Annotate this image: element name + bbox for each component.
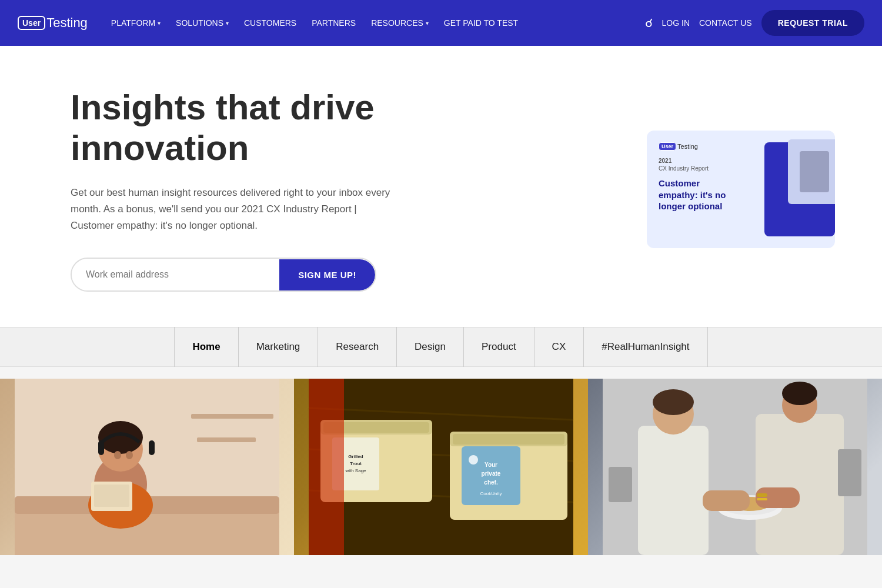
filter-bar: Home Marketing Research Design Product C… [0,327,882,367]
card-item-2[interactable]: Grilled Trout with Sage Your private che… [294,379,588,555]
svg-rect-35 [309,379,344,555]
hero-section: Insights that drive innovation Get our b… [0,46,882,327]
person-headphones-illustration [0,379,294,555]
email-form: SIGN ME UP! [71,258,376,292]
svg-rect-50 [757,498,767,500]
card-bg-1 [0,379,294,555]
svg-rect-38 [638,426,709,555]
svg-point-11 [126,451,133,459]
svg-point-33 [469,455,478,465]
card-report-type: CX Industry Report [659,165,741,172]
search-icon[interactable]: ☌ [645,16,653,30]
card-year: 2021 [659,158,741,164]
hero-report-card: User Testing 2021 CX Industry Report Cus… [647,131,835,248]
logo[interactable]: User Testing [18,15,88,31]
nav-item-partners[interactable]: PARTNERS [306,14,362,32]
svg-point-40 [653,389,694,415]
filter-item-home[interactable]: Home [174,327,238,367]
card-bg-3 [588,379,882,555]
card-item-1[interactable] [0,379,294,555]
card-bg-2: Grilled Trout with Sage Your private che… [294,379,588,555]
card-person-image [788,139,835,204]
svg-rect-52 [838,449,861,496]
svg-text:Grilled: Grilled [348,454,363,459]
svg-rect-2 [197,437,256,442]
svg-text:Trout: Trout [350,461,362,466]
svg-point-10 [114,451,121,459]
svg-rect-47 [703,490,750,511]
card-decoration [741,131,835,248]
nav-item-customers[interactable]: CUSTOMERS [238,14,302,32]
filter-item-marketing[interactable]: Marketing [239,327,319,367]
nav-item-resources[interactable]: RESOURCES ▾ [365,14,435,32]
card-headline: Customer empathy: it's no longer optiona… [659,178,741,212]
request-trial-button[interactable]: REQUEST TRIAL [761,10,864,36]
logo-user-box: User [18,16,45,30]
navbar: User Testing PLATFORM ▾ SOLUTIONS ▾ CUST… [0,0,882,46]
nav-item-solutions[interactable]: SOLUTIONS ▾ [170,14,235,32]
svg-rect-48 [756,487,800,508]
filter-item-design[interactable]: Design [397,327,464,367]
svg-text:Your: Your [485,462,497,468]
card-item-3[interactable] [588,379,882,555]
svg-point-43 [782,382,817,405]
card-logo-user: User [659,142,676,151]
hero-title: Insights that drive innovation [71,87,435,168]
svg-rect-9 [149,440,155,455]
svg-text:CookUnity: CookUnity [480,491,502,496]
chevron-down-icon: ▾ [158,20,161,26]
logo-testing-text: Testing [46,15,88,31]
hero-card-content: User Testing 2021 CX Industry Report Cus… [659,142,741,212]
nav-item-platform[interactable]: PLATFORM ▾ [105,14,166,32]
svg-rect-28 [453,434,564,445]
filter-item-research[interactable]: Research [318,327,397,367]
signup-button[interactable]: SIGN ME UP! [279,259,375,290]
svg-rect-49 [757,493,767,497]
hero-description: Get our best human insight resources del… [71,185,400,234]
filter-item-cx[interactable]: CX [534,327,584,367]
people-food-illustration [588,379,882,555]
card-logo-testing: Testing [677,143,698,150]
hero-content: Insights that drive innovation Get our b… [71,87,435,292]
nav-right: ☌ LOG IN CONTACT US REQUEST TRIAL [645,10,864,36]
svg-text:private: private [482,470,501,477]
chevron-down-icon: ▾ [226,20,229,26]
svg-rect-1 [191,414,273,419]
nav-links: PLATFORM ▾ SOLUTIONS ▾ CUSTOMERS PARTNER… [105,14,645,32]
chevron-down-icon: ▾ [426,20,429,26]
svg-rect-41 [756,414,844,555]
svg-rect-51 [609,467,632,502]
hero-card-image: User Testing 2021 CX Industry Report Cus… [647,131,835,248]
cards-section: Grilled Trout with Sage Your private che… [0,367,882,555]
svg-text:with Sage: with Sage [345,468,366,473]
card-logo: User Testing [659,142,741,151]
filter-item-realhumaninsight[interactable]: #RealHumanInsight [584,327,707,367]
email-input[interactable] [72,259,279,290]
login-button[interactable]: LOG IN [662,18,690,28]
contact-button[interactable]: CONTACT US [699,18,752,28]
svg-text:chef.: chef. [484,479,498,486]
filter-item-product[interactable]: Product [464,327,534,367]
svg-rect-14 [94,485,129,507]
nav-item-get-paid[interactable]: GET PAID TO TEST [438,14,524,32]
person-silhouette [800,151,829,192]
food-containers-illustration: Grilled Trout with Sage Your private che… [294,379,588,555]
